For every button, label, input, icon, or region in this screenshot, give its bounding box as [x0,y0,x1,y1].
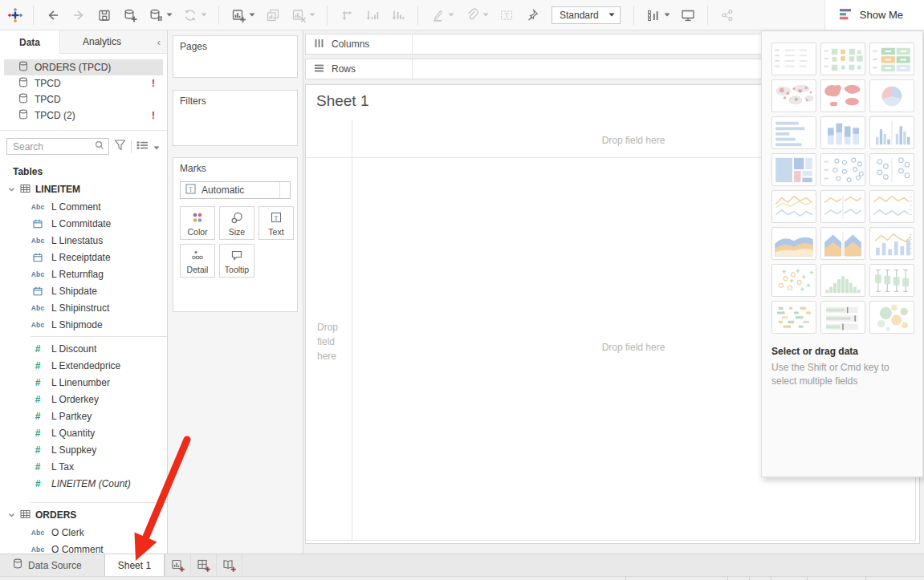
box-and-whisker-thumbnail[interactable] [869,264,914,297]
new-story-button[interactable] [217,554,242,576]
field-item[interactable]: L Receiptdate [0,249,167,266]
symbol-map-thumbnail[interactable] [771,79,816,112]
attach-button[interactable] [464,7,489,23]
field-item[interactable]: #L Quantity [0,424,167,441]
new-data-source-button[interactable] [122,7,138,23]
mark-type-dropdown[interactable]: T Automatic [180,181,291,199]
show-mark-labels-button[interactable] [645,7,670,23]
pin-button[interactable] [524,7,540,23]
field-item[interactable]: #L Partkey [0,408,167,424]
status-divider [807,577,808,580]
filled-map-thumbnail[interactable] [820,79,865,112]
area-discrete-thumbnail[interactable] [820,227,865,260]
filters-shelf[interactable]: Filters [173,90,298,146]
sort-descending-button[interactable] [390,7,406,23]
side-by-side-circles-thumbnail[interactable] [869,153,914,186]
text-table-thumbnail[interactable] [771,43,816,75]
data-source-item[interactable]: TPCD (2)! [4,107,163,124]
chevron-down-icon[interactable] [8,184,15,195]
field-item[interactable]: #L Tax [0,458,167,475]
pause-auto-updates-button[interactable] [148,7,173,23]
chevron-down-icon [309,13,315,17]
heat-map-thumbnail[interactable] [820,43,865,75]
filter-fields-icon[interactable] [114,140,126,153]
field-item[interactable]: AbcL Linestatus [0,232,167,249]
new-worksheet-button[interactable] [165,554,191,576]
field-item[interactable]: #L Discount [0,340,167,357]
field-item[interactable]: #LINEITEM (Count) [0,475,167,492]
data-source-item[interactable]: ORDERS (TPCD) [4,59,163,75]
table-orders[interactable]: ORDERS [0,506,167,524]
area-continuous-thumbnail[interactable] [771,227,816,260]
pages-shelf[interactable]: Pages [173,35,298,78]
redo-button[interactable] [71,7,87,23]
scatter-plot-thumbnail[interactable] [771,264,816,297]
table-lineitem[interactable]: LINEITEM [0,180,167,198]
highlight-table-thumbnail[interactable] [869,43,914,75]
field-item[interactable]: AbcL Returnflag [0,266,167,282]
columns-icon [314,39,324,51]
data-source-item[interactable]: TPCD [4,91,163,107]
horizontal-bars-thumbnail[interactable] [771,116,816,149]
share-button[interactable] [719,7,735,23]
gantt-thumbnail[interactable] [771,301,816,334]
circle-views-thumbnail[interactable] [820,153,865,186]
field-item[interactable]: #L Orderkey [0,391,167,408]
field-item[interactable]: #L Extendedprice [0,357,167,374]
field-item[interactable]: AbcO Comment [0,541,167,554]
detail-icon [189,249,206,264]
swap-rows-columns-button[interactable] [339,7,355,23]
tab-sheet-1[interactable]: Sheet 1 [104,554,165,576]
packed-bubbles-thumbnail[interactable] [869,301,914,334]
presentation-mode-button[interactable] [680,7,696,23]
dual-lines-thumbnail[interactable] [869,190,914,223]
field-item[interactable]: L Commitdate [0,215,167,232]
show-me-button[interactable]: Show Me [824,0,924,30]
search-input[interactable]: Search [6,138,109,155]
chevron-down-icon[interactable] [279,182,290,198]
clear-sheet-button[interactable] [291,7,315,23]
chevron-down-icon[interactable] [153,141,160,152]
field-item[interactable]: AbcL Shipinstruct [0,299,167,316]
tab-data[interactable]: Data [0,30,60,54]
treemap-thumbnail[interactable] [771,153,816,186]
chevron-down-icon[interactable] [8,509,15,521]
tab-analytics[interactable]: Analytics [60,30,144,53]
field-item[interactable]: AbcL Shipmode [0,316,167,333]
drop-zone-rows[interactable]: Drop field here [317,320,349,363]
save-button[interactable] [96,7,112,23]
marks-button-tooltip[interactable]: Tooltip [219,244,254,278]
field-item[interactable]: #L Linenumber [0,374,167,391]
field-item[interactable]: #L Suppkey [0,441,167,458]
fit-selector[interactable]: Standard [552,6,621,24]
dual-combination-thumbnail[interactable] [869,227,914,260]
lines-continuous-thumbnail[interactable] [771,190,816,223]
data-source-item[interactable]: TPCD! [4,75,163,91]
field-item[interactable]: AbcL Comment [0,198,167,215]
marks-button-size[interactable]: Size [219,206,254,240]
text-object-button[interactable]: T [499,7,515,23]
side-by-side-bars-thumbnail[interactable] [869,116,914,149]
undo-button[interactable] [45,7,61,23]
bullet-graph-thumbnail[interactable] [820,301,865,334]
stacked-bars-thumbnail[interactable] [820,116,865,149]
marks-button-color[interactable]: Color [180,206,215,240]
new-dashboard-button[interactable] [191,554,217,576]
field-item[interactable]: L Shipdate [0,282,167,299]
lines-discrete-thumbnail[interactable] [820,190,865,223]
view-as-list-icon[interactable] [136,140,149,152]
collapse-pane-icon[interactable]: ‹ [151,30,167,53]
field-item[interactable]: AbcO Clerk [0,524,167,541]
marks-button-text[interactable]: TText [258,206,294,240]
duplicate-sheet-button[interactable] [265,7,281,23]
marks-button-detail[interactable]: Detail [180,244,215,278]
show-me-label: Show Me [860,9,903,21]
field-list: LINEITEMAbcL CommentL CommitdateAbcL Lin… [0,180,167,554]
highlight-button[interactable] [429,7,454,23]
sort-ascending-button[interactable] [364,7,381,23]
new-worksheet-button[interactable] [230,7,255,23]
histogram-thumbnail[interactable] [820,264,865,297]
run-auto-updates-button[interactable] [182,7,207,23]
pie-chart-thumbnail[interactable] [869,79,914,112]
tab-data-source[interactable]: Data Source [0,554,95,576]
